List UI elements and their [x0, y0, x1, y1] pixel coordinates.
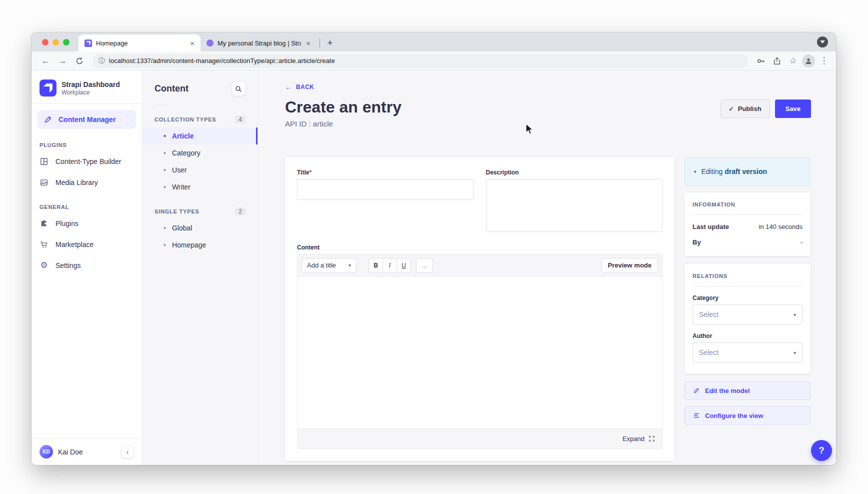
url-text: localhost:1337/admin/content-manager/col…	[109, 57, 335, 64]
search-button[interactable]	[231, 82, 246, 96]
image-icon	[40, 178, 48, 187]
close-window-button[interactable]	[42, 39, 48, 46]
blog-favicon	[206, 40, 214, 46]
group-single-types: SINGLE TYPES 2	[142, 202, 258, 220]
caret-down-icon: ▾	[794, 312, 796, 318]
draft-status-text: Editing draft version	[702, 168, 768, 176]
subnav-item-writer[interactable]: • Writer	[142, 178, 258, 196]
divider	[154, 105, 166, 106]
editor-footer: Expand	[298, 428, 662, 448]
heading-select[interactable]: Add a title ▾	[302, 258, 356, 273]
new-tab-button[interactable]: +	[323, 36, 337, 50]
subnav-item-user[interactable]: • User	[142, 162, 258, 178]
italic-button[interactable]: I	[382, 258, 397, 273]
sidebar-item-label: Media Library	[56, 178, 98, 186]
bullet-icon: •	[164, 183, 166, 191]
sidebar-item-content-manager[interactable]: Content Manager	[38, 110, 136, 129]
content-subnav: Content COLLECTION TYPES 4 • Article	[142, 70, 258, 465]
divider	[32, 104, 142, 104]
group-collection-types: COLLECTION TYPES 4	[142, 110, 258, 128]
tab-homepage[interactable]: Homepage ×	[78, 34, 200, 52]
expand-button[interactable]: Expand	[622, 435, 644, 442]
sidebar-section-plugins: PLUGINS	[32, 131, 142, 151]
sidebar-item-label: Content-Type Builder	[56, 158, 122, 166]
page-title: Create an entry	[285, 98, 402, 116]
cart-icon	[40, 240, 48, 249]
browser-toolbar: ← → ⓘ localhost:1337/admin/content-manag…	[32, 52, 836, 70]
password-key-icon[interactable]	[754, 54, 768, 68]
app-name: Strapi Dashboard	[62, 80, 120, 89]
bullet-icon: •	[164, 241, 166, 249]
relations-label: RELATIONS	[692, 273, 802, 279]
sidebar-item-media-library[interactable]: Media Library	[32, 172, 142, 193]
tab-title: My personal Strapi blog | Strap	[218, 40, 301, 47]
sidebar-item-content-type-builder[interactable]: Content-Type Builder	[32, 151, 142, 172]
back-arrow-icon: ←	[285, 83, 292, 91]
sidebar-user[interactable]: KD Kai Doe ‹	[32, 438, 142, 465]
author-select[interactable]: Select ▾	[692, 342, 802, 362]
sidebar-item-settings[interactable]: ⚙ Settings	[32, 255, 142, 276]
information-card: INFORMATION Last update in 140 seconds B…	[684, 192, 810, 256]
browser-menu-icon[interactable]: ⋮	[817, 54, 831, 68]
close-tab-icon[interactable]: ×	[189, 39, 196, 48]
workspace-brand[interactable]: Strapi Dashboard Workplace	[32, 70, 142, 104]
publish-button[interactable]: ✓ Publish	[720, 100, 770, 118]
search-icon	[235, 86, 242, 92]
active-indicator	[256, 128, 258, 144]
sidebar-item-plugins[interactable]: Plugins	[32, 213, 142, 234]
share-icon[interactable]	[770, 54, 784, 68]
expand-icon[interactable]	[648, 436, 655, 442]
back-link[interactable]: ← BACK	[285, 83, 314, 91]
minimize-window-button[interactable]	[52, 39, 59, 46]
main-content: ← BACK Create an entry API ID : article …	[258, 70, 836, 465]
close-tab-icon[interactable]: ×	[305, 39, 312, 48]
title-input[interactable]	[297, 179, 474, 200]
collapse-sidebar-button[interactable]: ‹	[121, 446, 134, 458]
subnav-item-article[interactable]: • Article	[142, 128, 258, 144]
edit-model-button[interactable]: Edit the model	[684, 381, 810, 400]
tab-blog[interactable]: My personal Strapi blog | Strap ×	[200, 34, 316, 52]
category-select[interactable]: Select ▾	[692, 304, 802, 324]
subnav-title: Content	[154, 84, 188, 94]
bookmark-star-icon[interactable]: ☆	[786, 54, 800, 68]
chevron-down-icon	[820, 40, 825, 44]
zoom-window-button[interactable]	[63, 39, 70, 46]
information-label: INFORMATION	[692, 202, 802, 208]
site-info-icon[interactable]: ⓘ	[98, 56, 105, 66]
url-bar[interactable]: ⓘ localhost:1337/admin/content-manager/c…	[92, 54, 748, 68]
pencil-icon	[693, 387, 700, 394]
tab-divider	[320, 38, 320, 48]
save-button[interactable]: Save	[775, 100, 811, 118]
workspace-name: Workplace	[62, 89, 120, 96]
editor-textarea[interactable]	[298, 276, 662, 428]
category-field: Category Select ▾	[692, 294, 802, 324]
user-name: Kai Doe	[58, 448, 116, 456]
bullet-icon: •	[694, 168, 696, 176]
preview-mode-button[interactable]: Preview mode	[602, 258, 658, 273]
back-icon[interactable]: ←	[38, 54, 52, 68]
browser-profile-avatar[interactable]	[802, 54, 815, 68]
more-options-button[interactable]: …	[416, 258, 433, 273]
puzzle-icon	[40, 219, 48, 228]
avatar: KD	[40, 445, 53, 458]
bold-button[interactable]: B	[368, 258, 383, 273]
subnav-item-category[interactable]: • Category	[142, 144, 258, 162]
tab-search-button[interactable]	[817, 36, 828, 48]
subnav-item-homepage[interactable]: • Homepage	[142, 236, 258, 254]
sidebar-item-label: Marketplace	[56, 240, 94, 248]
bullet-icon: •	[164, 166, 166, 174]
title-label: Title*	[297, 169, 474, 176]
configure-view-button[interactable]: Configure the view	[684, 406, 810, 425]
subnav-item-global[interactable]: • Global	[142, 220, 258, 236]
forward-icon[interactable]: →	[56, 54, 70, 68]
underline-button[interactable]: U	[396, 258, 411, 273]
description-textarea[interactable]	[486, 179, 663, 232]
strapi-logo	[40, 80, 56, 96]
pen-icon	[44, 115, 52, 124]
title-field: Title*	[297, 169, 474, 232]
sidebar-item-marketplace[interactable]: Marketplace	[32, 234, 142, 255]
reload-icon[interactable]	[72, 54, 86, 68]
help-button[interactable]: ?	[811, 440, 832, 461]
sidebar-section-general: GENERAL	[32, 193, 142, 213]
window-controls[interactable]	[32, 32, 78, 52]
